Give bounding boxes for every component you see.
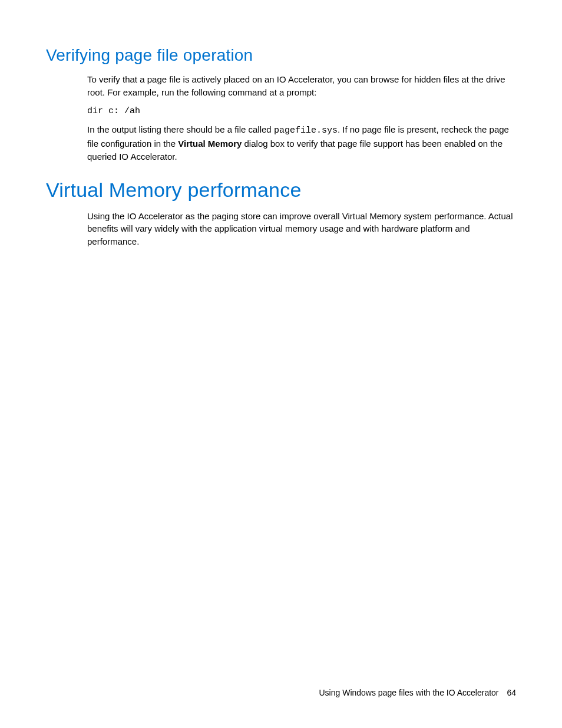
section-heading-virtual-memory-performance: Virtual Memory performance <box>46 179 516 202</box>
section2-paragraph-1: Using the IO Accelerator as the paging s… <box>87 210 516 248</box>
section1-body: To verify that a page file is actively p… <box>87 73 516 163</box>
section1-paragraph-2: In the output listing there should be a … <box>87 123 516 163</box>
footer-title: Using Windows page files with the IO Acc… <box>319 688 499 697</box>
section-heading-verifying: Verifying page file operation <box>46 46 516 65</box>
section1-code-block: dir c: /ah <box>87 105 516 118</box>
page-footer: Using Windows page files with the IO Acc… <box>319 688 517 697</box>
text-run: In the output listing there should be a … <box>87 124 274 134</box>
bold-virtual-memory: Virtual Memory <box>178 139 242 149</box>
footer-page-number: 64 <box>507 688 516 697</box>
inline-code-pagefile: pagefile.sys <box>274 126 338 136</box>
section2-body: Using the IO Accelerator as the paging s… <box>87 210 516 248</box>
section1-paragraph-1: To verify that a page file is actively p… <box>87 73 516 99</box>
document-page: Verifying page file operation To verify … <box>0 0 562 728</box>
